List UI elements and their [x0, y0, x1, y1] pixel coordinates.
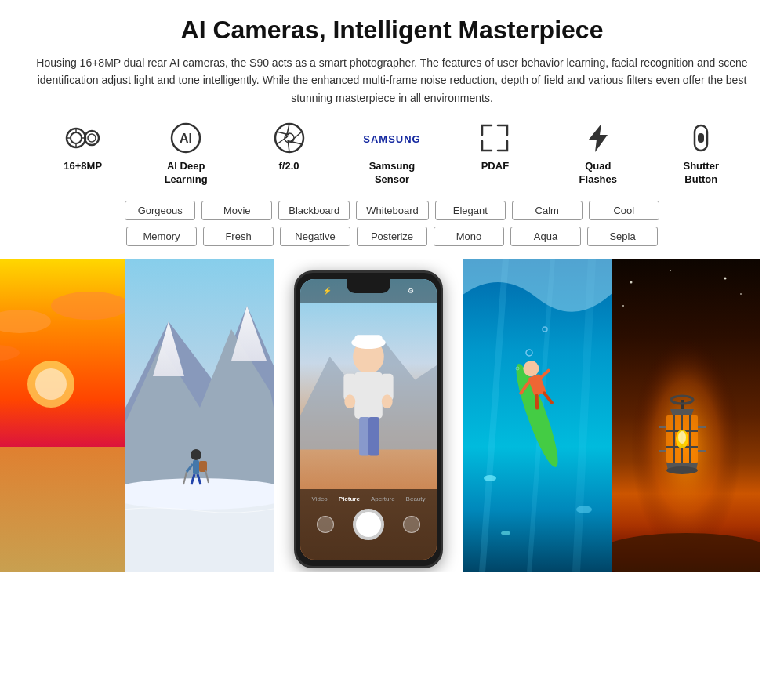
filter-calm[interactable]: Calm: [512, 201, 583, 220]
samsung-icon: SAMSUNG: [361, 121, 423, 155]
svg-point-42: [191, 449, 201, 460]
main-container: AI Cameras, Intelligent Masterpiece Hous…: [0, 0, 784, 246]
svg-text:AI: AI: [180, 132, 192, 145]
svg-point-2: [85, 131, 99, 145]
svg-point-31: [27, 484, 34, 490]
filter-sepia[interactable]: Sepia: [587, 227, 658, 246]
shutter-icon: [689, 121, 713, 155]
svg-rect-34: [32, 492, 37, 500]
filter-gorgeous[interactable]: Gorgeous: [125, 201, 195, 220]
phone-notch: [347, 279, 390, 293]
filter-fresh[interactable]: Fresh: [203, 227, 274, 246]
aperture-label: f/2.0: [279, 160, 299, 173]
ai-icon: AI: [167, 121, 205, 155]
svg-line-15: [277, 136, 288, 144]
svg-point-95: [666, 466, 698, 474]
feature-megapixel: 16+8MP: [36, 121, 130, 173]
filters-section: Gorgeous Movie Blackboard Whiteboard Ele…: [24, 201, 760, 246]
photos-row: ⚡ HDR ⚙ Video Picture Aperture Beauty: [0, 259, 760, 572]
shutter-label: ShutterButton: [683, 160, 719, 187]
svg-rect-56: [354, 372, 383, 419]
svg-rect-30: [29, 490, 33, 510]
svg-line-32: [27, 500, 31, 510]
svg-point-104: [622, 305, 624, 307]
photo-lantern: [612, 259, 760, 572]
svg-rect-61: [359, 417, 370, 455]
svg-point-100: [630, 281, 633, 283]
feature-ai: AI AI DeepLearning: [139, 121, 233, 187]
aperture-icon: [272, 121, 307, 155]
svg-point-103: [740, 293, 742, 295]
page-subtitle: Housing 16+8MP dual rear AI cameras, the…: [24, 54, 760, 107]
photo-underwater: [463, 259, 612, 572]
photo-phone: ⚡ HDR ⚙ Video Picture Aperture Beauty: [274, 259, 463, 572]
phone-mockup: ⚡ HDR ⚙ Video Picture Aperture Beauty: [294, 270, 443, 568]
filter-posterize[interactable]: Posterize: [357, 227, 427, 246]
svg-line-33: [31, 500, 34, 510]
filter-cool[interactable]: Cool: [589, 201, 659, 220]
svg-line-12: [291, 132, 302, 141]
filter-mono[interactable]: Mono: [434, 227, 504, 246]
samsung-label: SamsungSensor: [369, 160, 416, 187]
feature-pdaf: PDAF: [448, 121, 542, 173]
features-row: 16+8MP AI AI DeepLearning: [24, 121, 760, 187]
feature-shutter: ShutterButton: [654, 121, 748, 187]
filter-row-2: Memory Fresh Negative Posterize Mono Aqu…: [31, 227, 753, 246]
svg-rect-55: [354, 335, 383, 346]
svg-line-11: [286, 124, 289, 138]
svg-point-60: [382, 394, 393, 408]
svg-point-101: [670, 270, 671, 271]
filter-whiteboard[interactable]: Whiteboard: [356, 201, 428, 220]
svg-point-3: [88, 134, 96, 142]
filter-blackboard[interactable]: Blackboard: [278, 201, 350, 220]
filter-elegant[interactable]: Elegant: [435, 201, 506, 220]
svg-point-102: [724, 277, 727, 279]
flash-label: QuadFlashes: [579, 160, 617, 187]
svg-rect-21: [698, 133, 704, 143]
ai-label: AI DeepLearning: [165, 160, 208, 187]
svg-marker-85: [670, 409, 694, 415]
svg-text:SAMSUNG: SAMSUNG: [363, 133, 420, 145]
feature-aperture: f/2.0: [242, 121, 336, 173]
svg-point-23: [0, 478, 125, 572]
filter-aqua[interactable]: Aqua: [510, 227, 581, 246]
svg-point-75: [576, 506, 592, 513]
svg-point-76: [501, 531, 510, 535]
svg-point-1: [71, 132, 82, 143]
svg-point-74: [484, 475, 496, 481]
page-title: AI Cameras, Intelligent Masterpiece: [24, 16, 760, 45]
svg-point-82: [612, 533, 760, 572]
svg-marker-19: [589, 124, 608, 152]
svg-point-59: [344, 394, 355, 408]
filter-row-1: Gorgeous Movie Blackboard Whiteboard Ele…: [31, 201, 753, 220]
megapixel-label: 16+8MP: [64, 160, 102, 173]
svg-line-14: [288, 140, 289, 152]
filter-negative[interactable]: Negative: [280, 227, 350, 246]
photo-mountain: [125, 259, 274, 572]
feature-samsung: SAMSUNG SamsungSensor: [345, 121, 439, 187]
flash-icon: [581, 121, 615, 155]
svg-rect-43: [193, 460, 199, 474]
svg-point-93: [678, 431, 686, 444]
pdaf-icon: [477, 121, 512, 155]
camera-icon: [64, 121, 103, 155]
phone-screen: ⚡ HDR ⚙ Video Picture Aperture Beauty: [300, 279, 437, 560]
feature-flash: QuadFlashes: [551, 121, 645, 187]
photo-sunset: [0, 259, 125, 572]
filter-memory[interactable]: Memory: [126, 227, 197, 246]
pdaf-label: PDAF: [481, 160, 509, 173]
svg-point-24: [0, 502, 90, 572]
svg-point-26: [35, 368, 67, 400]
filter-movie[interactable]: Movie: [201, 201, 272, 220]
svg-rect-62: [368, 417, 379, 455]
